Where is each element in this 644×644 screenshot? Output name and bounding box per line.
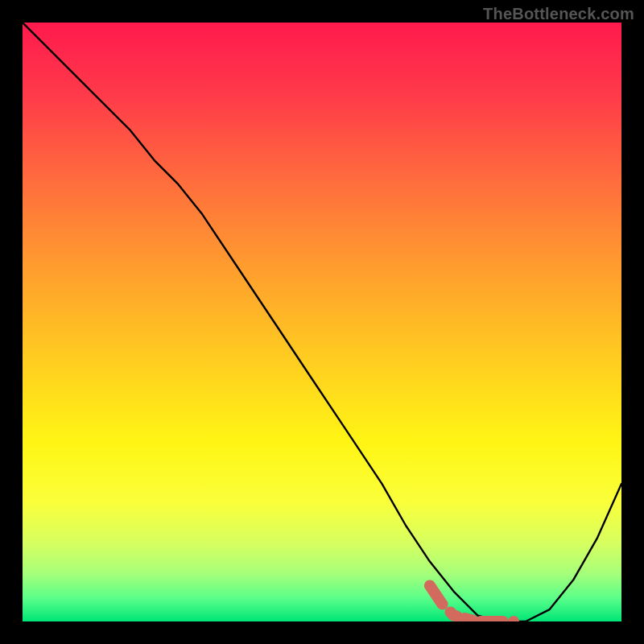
bottleneck-curve-line	[23, 23, 621, 621]
optimal-point-marker	[508, 616, 519, 621]
chart-frame: TheBottleneck.com	[0, 0, 644, 644]
optimal-segment-line	[430, 585, 514, 621]
chart-overlay	[23, 23, 621, 621]
chart-plot-area	[23, 23, 621, 621]
watermark-text: TheBottleneck.com	[483, 5, 634, 23]
